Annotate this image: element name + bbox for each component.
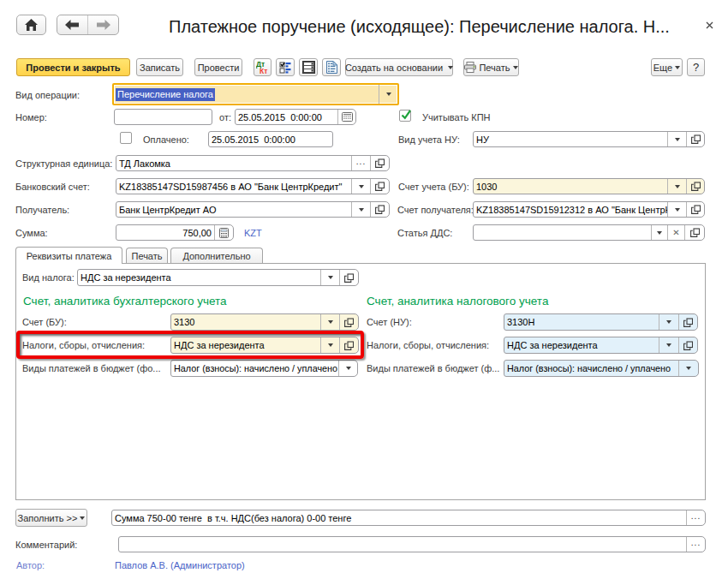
svg-text:Кт: Кт: [260, 67, 267, 75]
